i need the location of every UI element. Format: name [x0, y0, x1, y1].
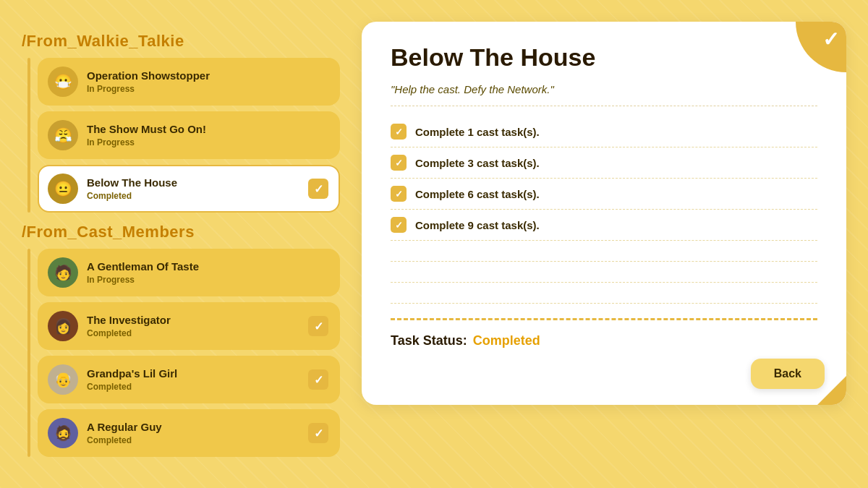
- avatar-operation-showstopper: 😷: [48, 67, 78, 97]
- task-label-4: Complete 9 cast task(s).: [415, 219, 540, 231]
- right-panel: ✓ Below The House "Help the cast. Defy t…: [362, 22, 846, 405]
- quest-title-grandpas-lil-girl: Grandpa's Lil Girl: [87, 367, 299, 380]
- left-panel: /From_Walkie_Talkie 😷 Operation Showstop…: [22, 14, 340, 457]
- quest-item-the-investigator[interactable]: 👩 The Investigator Completed ✓: [38, 302, 340, 350]
- quest-text-a-gentleman-of-taste: A Gentleman Of Taste In Progress: [87, 260, 328, 285]
- check-badge-a-regular-guy: ✓: [308, 423, 328, 443]
- avatar-a-gentleman-of-taste: 🧑: [48, 257, 78, 288]
- quest-text-grandpas-lil-girl: Grandpa's Lil Girl Completed: [87, 367, 299, 392]
- quest-text-below-the-house: Below The House Completed: [87, 176, 299, 201]
- detail-divider: [391, 318, 817, 320]
- quest-status-a-regular-guy: Completed: [87, 435, 299, 445]
- quest-text-the-investigator: The Investigator Completed: [87, 314, 299, 338]
- quest-item-the-show-must-go-on[interactable]: 😤 The Show Must Go On! In Progress ✓: [38, 111, 340, 159]
- quest-status-the-investigator: Completed: [87, 328, 299, 338]
- quest-item-grandpas-lil-girl[interactable]: 👴 Grandpa's Lil Girl Completed ✓: [38, 356, 340, 403]
- quest-text-operation-showstopper: Operation Showstopper In Progress: [87, 69, 328, 94]
- quest-title-the-show-must-go-on: The Show Must Go On!: [87, 123, 328, 136]
- section-header-walkie-talkie: /From_Walkie_Talkie: [22, 32, 340, 51]
- quest-status-operation-showstopper: In Progress: [87, 84, 328, 94]
- task-list: ✓ Complete 1 cast task(s). ✓ Complete 3 …: [391, 116, 817, 304]
- task-check-icon-4: ✓: [395, 220, 403, 231]
- quest-list-cast-members: 🧑 A Gentleman Of Taste In Progress ✓ 👩 T…: [22, 249, 340, 457]
- quest-title-below-the-house: Below The House: [87, 176, 299, 189]
- quest-status-the-show-must-go-on: In Progress: [87, 137, 328, 147]
- quest-item-a-regular-guy[interactable]: 🧔 A Regular Guy Completed ✓: [38, 409, 340, 457]
- task-status-row: Task Status: Completed: [391, 333, 817, 348]
- quest-title-a-gentleman-of-taste: A Gentleman Of Taste: [87, 260, 328, 273]
- section-cast-members: /From_Cast_Members 🧑 A Gentleman Of Tast…: [22, 213, 340, 457]
- page: /From_Walkie_Talkie 😷 Operation Showstop…: [0, 0, 868, 488]
- avatar-the-investigator: 👩: [48, 311, 78, 341]
- quest-text-a-regular-guy: A Regular Guy Completed: [87, 421, 299, 445]
- section-walkie-talkie: /From_Walkie_Talkie 😷 Operation Showstop…: [22, 22, 340, 213]
- task-label-1: Complete 1 cast task(s).: [415, 126, 540, 138]
- task-row-2: ✓ Complete 3 cast task(s).: [391, 147, 817, 179]
- check-badge-the-investigator: ✓: [308, 316, 328, 336]
- avatar-below-the-house: 😐: [48, 174, 78, 204]
- quest-title-a-regular-guy: A Regular Guy: [87, 421, 299, 434]
- task-row-1: ✓ Complete 1 cast task(s).: [391, 116, 817, 147]
- task-label-3: Complete 6 cast task(s).: [415, 188, 540, 200]
- quest-list-walkie-talkie: 😷 Operation Showstopper In Progress ✓ 😤 …: [22, 58, 340, 213]
- task-row-3: ✓ Complete 6 cast task(s).: [391, 179, 817, 210]
- task-check-icon-1: ✓: [395, 127, 403, 137]
- quest-status-a-gentleman-of-taste: In Progress: [87, 275, 328, 285]
- quest-item-below-the-house[interactable]: 😐 Below The House Completed ✓: [38, 165, 340, 213]
- task-check-1: ✓: [391, 124, 407, 140]
- task-check-icon-2: ✓: [395, 158, 403, 168]
- task-check-icon-3: ✓: [395, 189, 403, 200]
- detail-completed-check-icon: ✓: [822, 27, 839, 51]
- quest-text-the-show-must-go-on: The Show Must Go On! In Progress: [87, 123, 328, 147]
- quest-item-operation-showstopper[interactable]: 😷 Operation Showstopper In Progress ✓: [38, 58, 340, 106]
- empty-task-row-2: [391, 262, 817, 283]
- detail-card: ✓ Below The House "Help the cast. Defy t…: [362, 22, 846, 405]
- task-check-3: ✓: [391, 186, 407, 202]
- quest-status-below-the-house: Completed: [87, 191, 299, 201]
- task-check-4: ✓: [391, 217, 407, 233]
- quest-title-the-investigator: The Investigator: [87, 314, 299, 327]
- avatar-the-show-must-go-on: 😤: [48, 120, 78, 150]
- quest-item-a-gentleman-of-taste[interactable]: 🧑 A Gentleman Of Taste In Progress ✓: [38, 249, 340, 296]
- task-label-2: Complete 3 cast task(s).: [415, 157, 540, 169]
- detail-completed-corner: ✓: [796, 22, 846, 72]
- task-row-4: ✓ Complete 9 cast task(s).: [391, 210, 817, 241]
- empty-task-row-3: [391, 283, 817, 304]
- avatar-grandpas-lil-girl: 👴: [48, 364, 78, 395]
- empty-task-row-1: [391, 241, 817, 262]
- task-status-label: Task Status:: [391, 333, 467, 348]
- task-status-value: Completed: [473, 333, 540, 348]
- detail-subtitle: "Help the cast. Defy the Network.": [391, 83, 817, 106]
- quest-status-grandpas-lil-girl: Completed: [87, 382, 299, 392]
- section-header-cast-members: /From_Cast_Members: [22, 223, 340, 241]
- check-badge-below-the-house: ✓: [308, 179, 328, 199]
- detail-title: Below The House: [391, 43, 774, 72]
- quest-title-operation-showstopper: Operation Showstopper: [87, 69, 328, 82]
- check-badge-grandpas-lil-girl: ✓: [308, 369, 328, 390]
- avatar-a-regular-guy: 🧔: [48, 418, 78, 448]
- task-check-2: ✓: [391, 155, 407, 171]
- back-button[interactable]: Back: [751, 359, 825, 389]
